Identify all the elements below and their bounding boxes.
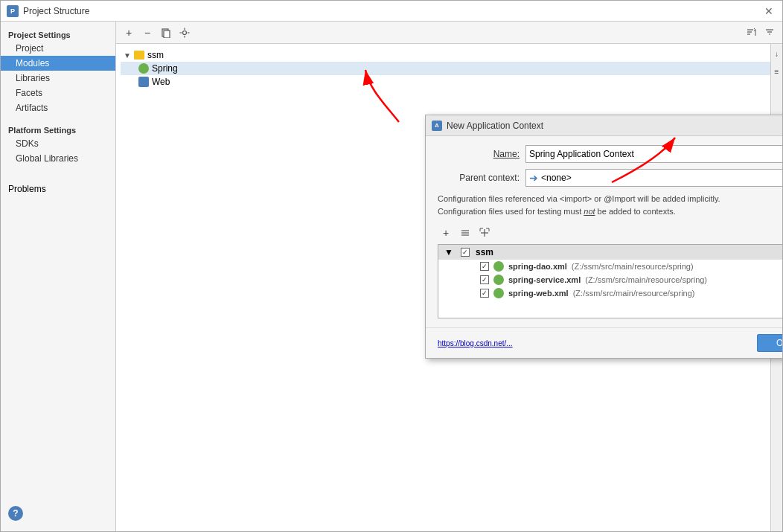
- modal-body: Name: Parent context: ➜ <none> ▼: [426, 136, 782, 327]
- file-expand-button[interactable]: [476, 225, 493, 241]
- main-window: P Project Structure ✕ Project Settings P…: [0, 0, 783, 532]
- name-label: Name:: [438, 149, 520, 159]
- help-button[interactable]: ?: [8, 506, 23, 521]
- url-bar: https://blog.csdn.net/...: [438, 339, 751, 347]
- parent-label: Parent context:: [438, 173, 520, 183]
- file-list-item-1: spring-service.xml (Z:/ssm/src/main/reso…: [438, 273, 782, 286]
- sidebar-item-modules[interactable]: Modules: [1, 56, 115, 71]
- sidebar-item-artifacts[interactable]: Artifacts: [1, 100, 115, 115]
- remove-button[interactable]: −: [139, 25, 156, 41]
- file-path-1: (Z:/ssm/src/main/resource/spring): [585, 275, 707, 284]
- modal-overlay: A New Application Context ✕ Name:: [116, 44, 782, 531]
- spring-file-icon-0: [493, 261, 504, 272]
- sidebar-item-global-libraries[interactable]: Global Libraries: [1, 151, 115, 166]
- file-list-item-2: spring-web.xml (Z:/ssm/src/main/resource…: [438, 286, 782, 300]
- select-arrow-icon: ➜: [529, 172, 538, 184]
- modal-title-bar: A New Application Context ✕: [426, 115, 782, 136]
- copy-button[interactable]: [158, 25, 174, 41]
- panel-main: ▼ ssm Spring Web: [116, 44, 782, 531]
- window-title: Project Structure: [23, 6, 761, 16]
- svg-rect-1: [164, 31, 170, 38]
- modal-title: New Application Context: [447, 121, 782, 131]
- parent-context-row: Parent context: ➜ <none> ▼: [438, 169, 782, 187]
- modal-footer: https://blog.csdn.net/... OK Cancel: [426, 327, 782, 358]
- file-list-container: ▼ ssm spring-dao.xml: [438, 244, 782, 318]
- file-name-1: spring-service.xml: [508, 275, 581, 284]
- modal-dialog: A New Application Context ✕ Name:: [425, 115, 782, 359]
- spring-file-icon-2: [493, 288, 504, 298]
- file-list-toolbar: +: [438, 225, 782, 241]
- header-checkbox[interactable]: [461, 248, 470, 257]
- ssm-root-label: ssm: [476, 247, 493, 257]
- file-path-2: (Z:/ssm/src/main/resource/spring): [573, 289, 695, 298]
- info-text: Configuration files referenced via <impo…: [438, 193, 782, 217]
- spring-file-icon-1: [493, 275, 504, 285]
- ok-button[interactable]: OK: [757, 334, 782, 352]
- main-content: Project Settings Project Modules Librari…: [1, 22, 782, 531]
- sidebar-item-facets[interactable]: Facets: [1, 86, 115, 100]
- name-row: Name:: [438, 145, 782, 163]
- platform-settings-label: Platform Settings: [1, 123, 115, 136]
- close-button[interactable]: ✕: [761, 5, 776, 17]
- file-checkbox-1[interactable]: [480, 275, 489, 284]
- file-align-button[interactable]: [457, 225, 473, 241]
- panel-toolbar: + −: [116, 22, 782, 44]
- project-settings-label: Project Settings: [1, 28, 115, 41]
- sort-button[interactable]: [743, 25, 759, 41]
- name-input[interactable]: [525, 145, 782, 163]
- svg-point-2: [183, 31, 187, 34]
- sidebar-item-sdks[interactable]: SDKs: [1, 136, 115, 151]
- file-add-button[interactable]: +: [438, 225, 454, 241]
- file-list-item-0: spring-dao.xml (Z:/ssm/src/main/resource…: [438, 260, 782, 273]
- parent-select[interactable]: ➜ <none> ▼: [525, 169, 782, 187]
- file-name-2: spring-web.xml: [508, 289, 569, 298]
- add-button[interactable]: +: [121, 25, 137, 41]
- settings-button[interactable]: [176, 25, 193, 41]
- file-name-0: spring-dao.xml: [508, 262, 567, 271]
- parent-value: <none>: [541, 173, 572, 183]
- problems-label[interactable]: Problems: [1, 181, 115, 197]
- panel-area: + −: [116, 22, 782, 531]
- file-checkbox-0[interactable]: [480, 262, 489, 271]
- sidebar-item-project[interactable]: Project: [1, 41, 115, 56]
- title-bar: P Project Structure ✕: [1, 1, 782, 22]
- app-icon: P: [7, 5, 19, 17]
- file-list-header: ▼ ssm: [438, 245, 782, 260]
- filter-button[interactable]: [761, 25, 778, 41]
- file-path-0: (Z:/ssm/src/main/resource/spring): [572, 262, 694, 271]
- sidebar: Project Settings Project Modules Librari…: [1, 22, 116, 531]
- sidebar-item-libraries[interactable]: Libraries: [1, 71, 115, 86]
- modal-icon: A: [432, 121, 442, 131]
- file-checkbox-2[interactable]: [480, 289, 489, 298]
